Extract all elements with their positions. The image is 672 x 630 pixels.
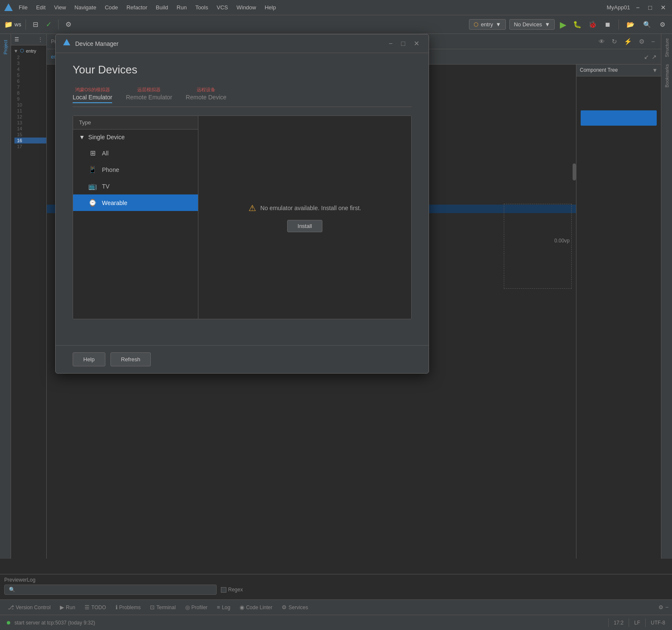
type-item-tv[interactable]: 📺 TV: [73, 178, 198, 194]
blue-accent-block: [581, 110, 657, 126]
previewer-log-row: PreviewerLog: [4, 577, 668, 583]
tab-terminal[interactable]: ⊡ Terminal: [146, 602, 180, 613]
menu-run[interactable]: Run: [173, 3, 190, 12]
line-num-5: 5: [14, 72, 46, 78]
component-tree-label: Component Tree: [580, 67, 618, 73]
install-button[interactable]: Install: [287, 220, 323, 232]
menu-help[interactable]: Help: [261, 3, 280, 12]
dialog-minimize-btn[interactable]: −: [386, 39, 395, 48]
toolbar-settings-icon[interactable]: ⚙: [63, 19, 74, 30]
tab-log-label: Log: [222, 605, 230, 610]
menu-refactor[interactable]: Refactor: [123, 3, 151, 12]
todo-icon: ☰: [85, 604, 90, 610]
debug-button[interactable]: 🐛: [571, 20, 583, 29]
tab-remote-emulator[interactable]: 远层模拟器 Remote Emulator: [126, 87, 172, 107]
close-button[interactable]: ✕: [658, 3, 669, 12]
bookmarks-tab[interactable]: Bookmarks: [664, 64, 669, 87]
tab-local-label: Local Emulator: [73, 94, 112, 103]
line-num-10: 10: [14, 102, 46, 108]
status-line-ending[interactable]: LF: [632, 615, 643, 630]
profile-button[interactable]: 🐞: [587, 20, 599, 29]
warning-icon: ⚠: [248, 203, 256, 213]
tab-local-emulator[interactable]: 鸿蒙OS的模拟器 Local Emulator: [73, 87, 112, 107]
panel-hide-btn[interactable]: −: [665, 604, 669, 610]
tab-version-control-label: Version Control: [16, 605, 51, 610]
help-button[interactable]: Help: [73, 352, 105, 366]
component-tree-panel: Component Tree ▼: [576, 65, 661, 559]
filter-icon-btn[interactable]: ⚡: [622, 37, 634, 46]
tab-todo[interactable]: ☰ TODO: [80, 602, 110, 613]
project-collapse-btn[interactable]: ▼ ⬡ entry: [11, 47, 46, 54]
project-options-btn[interactable]: ⋮: [38, 37, 43, 42]
maximize-button[interactable]: □: [646, 3, 655, 12]
previewer-log-label: PreviewerLog: [4, 577, 35, 583]
refresh-button[interactable]: Refresh: [110, 352, 151, 366]
tab-remote-device[interactable]: 远程设备 Remote Device: [186, 87, 226, 107]
no-emulator-row: ⚠ No emulator available. Install one fir…: [248, 203, 361, 213]
line-num-4: 4: [14, 66, 46, 72]
open-folder-btn[interactable]: 📂: [624, 19, 637, 30]
search-toolbar-btn[interactable]: 🔍: [641, 19, 654, 30]
tab-todo-label: TODO: [91, 605, 106, 610]
single-device-arrow-icon: ▼: [79, 134, 85, 141]
type-item-phone[interactable]: 📱 Phone: [73, 161, 198, 178]
line-num-6: 6: [14, 78, 46, 84]
single-device-group[interactable]: ▼ Single Device: [73, 129, 198, 145]
phone-icon: 📱: [88, 166, 97, 174]
menu-build[interactable]: Build: [152, 3, 172, 12]
menu-navigate[interactable]: Navigate: [71, 3, 99, 12]
type-item-all[interactable]: ⊞ All: [73, 145, 198, 161]
preview-icon-btn[interactable]: 👁: [597, 37, 607, 46]
menu-code[interactable]: Code: [102, 3, 121, 12]
tab-services[interactable]: ⚙ Services: [277, 602, 312, 613]
status-encoding[interactable]: UTF-8: [648, 615, 668, 630]
right-side-panels: Structure Bookmarks: [661, 34, 672, 559]
tab-problems[interactable]: ℹ Problems: [111, 602, 145, 613]
project-tab[interactable]: Project: [1, 38, 10, 56]
regex-checkbox[interactable]: [221, 587, 226, 593]
zoom-in-btn[interactable]: ↗: [652, 53, 657, 60]
log-icon: ≡: [217, 604, 220, 610]
settings-toolbar-btn[interactable]: ⚙: [657, 19, 668, 30]
status-lf-text: LF: [634, 620, 640, 626]
run-button[interactable]: ▶: [558, 19, 568, 31]
line-num-2: 2: [14, 54, 46, 60]
dialog-maximize-btn[interactable]: □: [398, 39, 408, 48]
dialog-close-btn[interactable]: ✕: [411, 39, 422, 48]
type-item-wearable[interactable]: ⌚ Wearable: [73, 194, 198, 211]
tab-log[interactable]: ≡ Log: [213, 602, 235, 613]
menu-window[interactable]: Window: [233, 3, 260, 12]
component-tree-dropdown[interactable]: ▼: [652, 67, 658, 73]
toolbar-check-btn[interactable]: ✓: [43, 19, 54, 30]
menu-vcs[interactable]: VCS: [213, 3, 232, 12]
line-num-14: 14: [14, 126, 46, 132]
log-search-input[interactable]: [18, 587, 212, 593]
status-position[interactable]: 17:2: [611, 615, 626, 630]
structure-tab[interactable]: Structure: [664, 38, 669, 57]
device-manager-dialog: Device Manager − □ ✕ Your Devices 鸿蒙OS的模…: [55, 34, 429, 374]
menu-edit[interactable]: Edit: [33, 3, 49, 12]
no-devices-selector[interactable]: No Devices ▼: [509, 19, 555, 30]
refresh-icon-btn[interactable]: ↻: [610, 37, 619, 46]
app-logo-icon: [3, 3, 14, 13]
toolbar-collapse-btn[interactable]: ⊟: [30, 19, 41, 30]
stop-button[interactable]: ⏹: [602, 19, 613, 30]
tab-profiler[interactable]: ◎ Profiler: [181, 602, 212, 613]
panel-settings-btn[interactable]: ⚙: [658, 604, 664, 610]
scrollbar-thumb[interactable]: [573, 163, 576, 180]
settings-icon-btn[interactable]: ⚙: [637, 37, 646, 46]
entry-selector[interactable]: ⬡ entry ▼: [469, 19, 506, 30]
collapse-icon-btn[interactable]: −: [649, 37, 657, 46]
tab-version-control[interactable]: ⎇ Version Control: [3, 602, 55, 613]
menu-tools[interactable]: Tools: [192, 3, 212, 12]
all-icon: ⊞: [88, 149, 97, 157]
menu-file[interactable]: File: [15, 3, 31, 12]
search-icon: 🔍: [9, 587, 15, 593]
line-num-7: 7: [14, 84, 46, 90]
line-num-11: 11: [14, 108, 46, 114]
tab-code-linter[interactable]: ◉ Code Linter: [235, 602, 277, 613]
menu-view[interactable]: View: [51, 3, 69, 12]
minimize-button[interactable]: −: [633, 3, 642, 12]
tab-run[interactable]: ▶ Run: [56, 602, 79, 613]
zoom-out-btn[interactable]: ↙: [644, 53, 649, 60]
